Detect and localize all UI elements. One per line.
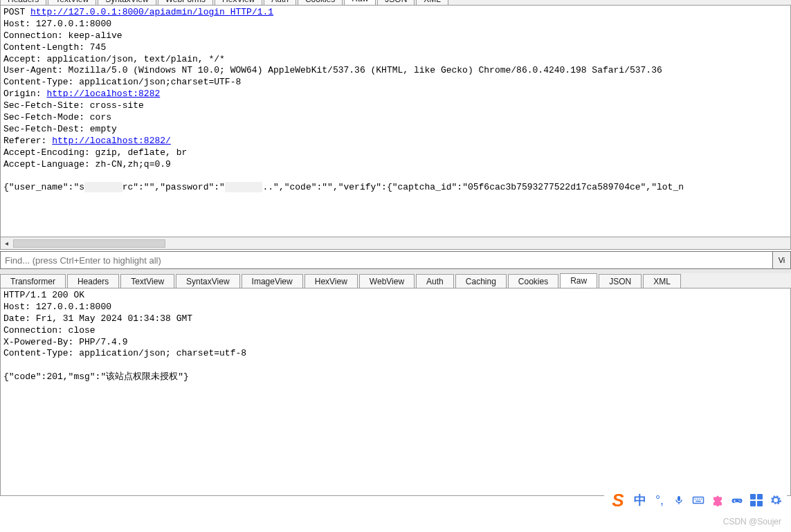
redacted-text: xxxx, s: [84, 182, 122, 192]
svg-rect-1: [695, 499, 696, 500]
tab-headers[interactable]: Headers: [0, 0, 46, 6]
tab-webview[interactable]: WebView: [359, 274, 415, 288]
svg-rect-4: [701, 499, 702, 500]
request-tab-bar: Headers TextView SyntaxView WebForms Hex…: [0, 0, 791, 6]
svg-rect-3: [699, 499, 700, 500]
request-body: ..","code":"","verify":{"captcha_id":"05…: [262, 182, 684, 192]
response-tab-bar: Transformer Headers TextView SyntaxView …: [0, 273, 791, 288]
ime-gamepad-icon[interactable]: [730, 493, 744, 507]
tab-textview-resp[interactable]: TextView: [120, 274, 174, 288]
find-view-button[interactable]: Vi: [773, 251, 791, 269]
tab-webforms[interactable]: WebForms: [158, 0, 213, 6]
request-referer-label: Referer:: [3, 136, 52, 146]
request-header-line: Accept: application/json, text/plain, */…: [3, 54, 225, 64]
ime-lang-icon[interactable]: 中: [633, 493, 647, 507]
redacted-text: xxxxxxx: [225, 182, 263, 192]
tab-auth-resp[interactable]: Auth: [416, 274, 454, 288]
response-line: Date: Fri, 31 May 2024 01:34:38 GMT: [3, 313, 192, 324]
tab-raw-resp[interactable]: Raw: [560, 273, 597, 288]
request-referer-link[interactable]: http://localhost:8282/: [52, 136, 171, 146]
tab-cookies[interactable]: Cookies: [298, 0, 343, 6]
tab-textview[interactable]: TextView: [48, 0, 96, 6]
scroll-left-icon[interactable]: ◂: [1, 238, 12, 249]
response-raw-content[interactable]: HTTP/1.1 200 OK Host: 127.0.0.1:8000 Dat…: [0, 288, 791, 496]
watermark: CSDN @Soujer: [723, 517, 781, 526]
svg-rect-5: [695, 501, 701, 502]
request-body: rc":"","password":": [122, 182, 225, 192]
response-line: Host: 127.0.0.1:8000: [3, 302, 111, 312]
tab-cookies-resp[interactable]: Cookies: [508, 274, 558, 288]
ime-skin-icon[interactable]: [711, 493, 725, 507]
tab-hexview-resp[interactable]: HexView: [304, 274, 358, 288]
ime-mic-icon[interactable]: [672, 493, 686, 507]
tab-raw[interactable]: Raw: [344, 0, 376, 6]
request-hscrollbar[interactable]: ◂: [0, 237, 791, 250]
tab-json-resp[interactable]: JSON: [599, 274, 642, 288]
response-line: X-Powered-By: PHP/7.4.9: [3, 337, 127, 347]
tab-syntaxview[interactable]: SyntaxView: [98, 0, 156, 6]
svg-rect-0: [693, 497, 704, 504]
request-header-line: Sec-Fetch-Site: cross-site: [3, 100, 144, 111]
request-header-line: Host: 127.0.0.1:8000: [3, 19, 111, 29]
find-input[interactable]: [0, 251, 773, 269]
request-header-line: Sec-Fetch-Mode: cors: [3, 112, 111, 122]
request-body: {"user_name":"s: [3, 182, 84, 192]
request-origin-link[interactable]: http://localhost:8282: [46, 89, 160, 99]
response-line: {"code":201,"msg":"该站点权限未授权"}: [3, 372, 189, 382]
request-header-line: Content-Type: application/json;charset=U…: [3, 77, 241, 87]
request-header-line: User-Agent: Mozilla/5.0 (Windows NT 10.0…: [3, 65, 662, 75]
response-line: Connection: close: [3, 325, 96, 336]
response-line: Content-Type: application/json; charset=…: [3, 348, 246, 358]
ime-toolbar: S 中 °,: [604, 488, 787, 513]
tab-auth[interactable]: Auth: [264, 0, 296, 6]
svg-rect-2: [697, 499, 698, 500]
tab-caching[interactable]: Caching: [455, 274, 507, 288]
request-method: POST: [3, 7, 25, 17]
request-header-line: Content-Length: 745: [3, 42, 106, 53]
ime-keyboard-icon[interactable]: [691, 493, 705, 507]
ime-punct-icon[interactable]: °,: [653, 493, 666, 507]
request-raw-content[interactable]: POST http://127.0.0.1:8000/apiadmin/logi…: [0, 6, 791, 237]
request-header-line: Accept-Language: zh-CN,zh;q=0.9: [3, 159, 171, 169]
response-line: HTTP/1.1 200 OK: [3, 290, 84, 300]
request-header-line: Accept-Encoding: gzip, deflate, br: [3, 147, 187, 158]
tab-json[interactable]: JSON: [377, 0, 415, 6]
tab-transformer[interactable]: Transformer: [0, 274, 66, 288]
ime-settings-icon[interactable]: [769, 493, 783, 507]
tab-imageview[interactable]: ImageView: [242, 274, 303, 288]
request-url-link[interactable]: http://127.0.0.1:8000/apiadmin/login HTT…: [30, 7, 273, 17]
ime-apps-icon[interactable]: [749, 493, 763, 507]
tab-syntaxview-resp[interactable]: SyntaxView: [176, 274, 239, 288]
find-bar: Vi: [0, 251, 791, 269]
tab-headers-resp[interactable]: Headers: [67, 274, 119, 288]
tab-xml[interactable]: XML: [416, 0, 448, 6]
tab-hexview[interactable]: HexView: [215, 0, 262, 6]
request-header-line: Connection: keep-alive: [3, 30, 122, 41]
tab-xml-resp[interactable]: XML: [643, 274, 681, 288]
request-header-line: Sec-Fetch-Dest: empty: [3, 124, 117, 134]
sogou-logo-icon[interactable]: S: [608, 490, 628, 510]
scroll-thumb[interactable]: [13, 239, 165, 248]
request-origin-label: Origin:: [3, 89, 46, 99]
